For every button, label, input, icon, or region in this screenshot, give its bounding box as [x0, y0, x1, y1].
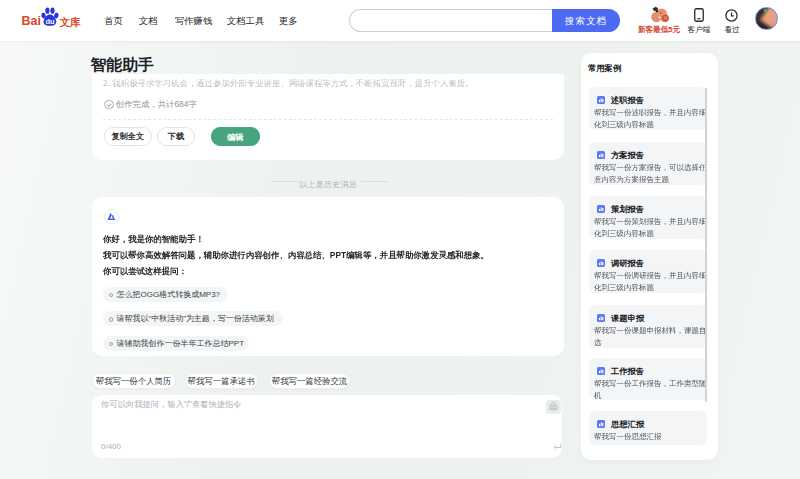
svg-text:du: du [45, 16, 55, 25]
